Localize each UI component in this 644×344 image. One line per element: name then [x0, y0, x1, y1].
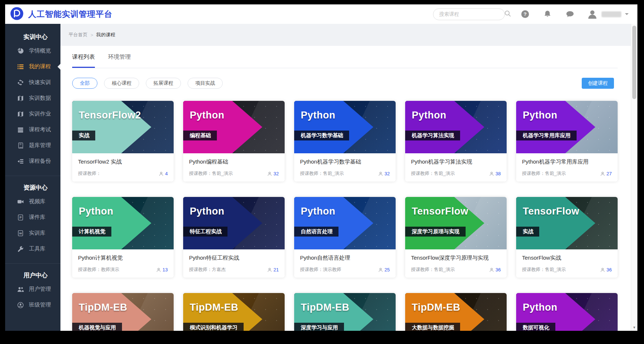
course-card[interactable]: Python机器学习数学基础Python机器学习数学基础授课教师：售前_演示32 [294, 101, 396, 182]
breadcrumb-home[interactable]: 平台首页 [69, 32, 88, 38]
teacher-label: 授课教师： [522, 267, 545, 272]
svg-text:W: W [19, 232, 22, 235]
scroll-down-button[interactable]: ▼ [631, 325, 637, 331]
sidebar-section-title: 用户中心 [5, 269, 60, 281]
course-card[interactable]: TensorFlow深度学习原理与实现TensorFlow深度学习原理与实现授课… [405, 197, 507, 278]
course-cover: Python机器学习常用库应用 [516, 101, 618, 153]
sidebar-item-file-w[interactable]: W实训库 [5, 225, 60, 241]
backup-icon [17, 158, 24, 165]
course-meta: 授课教师：售前_演示38 [411, 171, 501, 177]
person-icon [159, 171, 164, 176]
course-teacher: 授课教师：售前_演示 [300, 171, 344, 177]
file-w-icon: W [17, 230, 24, 237]
course-info: Python计算机视觉授课教师：教师演示13 [72, 249, 174, 273]
student-count: 27 [600, 171, 612, 176]
course-card[interactable]: Python机器学习常用库应用Python机器学习常用库应用授课教师：售前_演示… [516, 101, 618, 182]
filter-pill[interactable]: 拓展课程 [146, 78, 181, 89]
course-teacher: 授课教师：方嘉杰 [189, 267, 226, 273]
wrench-icon [17, 246, 24, 252]
main-content: 平台首页>我的课程 课程列表环境管理 全部核心课程拓展课程项目实战创建课程 Te… [60, 24, 631, 331]
sidebar-item-users[interactable]: 用户管理 [5, 281, 60, 297]
search-icon[interactable] [504, 10, 511, 19]
course-card[interactable]: Python编程基础Python编程基础授课教师：售前_演示32 [183, 101, 285, 182]
sidebar-item-label: 视频库 [29, 198, 45, 205]
course-card[interactable]: Python计算机视觉Python计算机视觉授课教师：教师演示13 [72, 197, 174, 278]
sidebar-item-book[interactable]: 题库管理 [5, 138, 60, 153]
course-card[interactable]: Python特征工程实战Python特征工程实战授课教师：方嘉杰21 [183, 197, 285, 278]
course-info: Python机器学习算法实现授课教师：售前_演示38 [405, 153, 507, 177]
bell-icon[interactable] [543, 10, 552, 18]
course-card[interactable]: TipDM-EB深度学习与应用 [294, 293, 396, 331]
course-card[interactable]: TipDM-EB模式识别和机器学习 [183, 293, 285, 331]
sidebar-item-list-ordered[interactable]: 我的课程 [5, 59, 60, 74]
teacher-name: 售前_演示 [323, 171, 344, 176]
scrollbar-thumb[interactable] [632, 26, 636, 99]
course-title: Python机器学习算法实现 [411, 158, 501, 165]
sidebar-item-video[interactable]: 视频库 [5, 194, 60, 209]
filter-pill[interactable]: 全部 [72, 78, 97, 89]
course-cover: Python数据可视化 [516, 293, 618, 331]
sidebar-item-stack[interactable]: 课程考试 [5, 122, 60, 138]
sidebar-item-map[interactable]: 实训作业 [5, 106, 60, 122]
course-meta: 授课教师：4 [78, 171, 168, 177]
course-cover: Python计算机视觉 [72, 197, 174, 249]
sidebar-item-map[interactable]: 实训数据 [5, 90, 60, 106]
filter-pill[interactable]: 核心课程 [104, 78, 139, 89]
course-cover: Python机器学习算法实现 [405, 101, 507, 153]
sidebar-item-label: 课程备份 [29, 158, 51, 165]
course-cover: TipDM-EB模式识别和机器学习 [183, 293, 285, 331]
course-meta: 授课教师：演示教师25 [300, 267, 390, 273]
course-info: TensorFlow实战授课教师：售前_演示36 [516, 249, 618, 273]
course-cover: TipDM-EB深度学习与应用 [294, 293, 396, 331]
sidebar-item-label: 课件库 [29, 214, 45, 221]
course-card[interactable]: Python数据可视化 [516, 293, 618, 331]
tab-env-manage[interactable]: 环境管理 [108, 53, 131, 68]
teacher-label: 授课教师： [522, 171, 545, 176]
course-card[interactable]: TipDM-EB机器视觉与应用 [72, 293, 174, 331]
app-window: 人工智能实训管理平台 ? [5, 4, 637, 331]
course-meta: 授课教师：售前_演示32 [189, 171, 279, 177]
cover-main-text: TipDM-EB [190, 302, 238, 313]
course-card[interactable]: TipDM-EB大数据与数据挖掘 [405, 293, 507, 331]
course-title: Python编程基础 [189, 158, 279, 165]
search-input[interactable] [439, 11, 504, 17]
sidebar-item-file-p[interactable]: P课件库 [5, 209, 60, 225]
filter-pill[interactable]: 项目实战 [188, 78, 223, 89]
sidebar-item-wrench[interactable]: 工具库 [5, 241, 60, 257]
student-count-value: 36 [607, 267, 612, 272]
course-meta: 授课教师：售前_演示36 [411, 267, 501, 273]
sidebar-section-title: 实训中心 [5, 30, 60, 43]
cover-subtitle-band: 特征工程实战 [183, 227, 227, 237]
teacher-name: 售前_演示 [212, 171, 233, 176]
tab-bar: 课程列表环境管理 [72, 46, 618, 68]
sidebar-item-backup[interactable]: 课程备份 [5, 153, 60, 169]
help-icon[interactable]: ? [521, 10, 529, 18]
course-card[interactable]: TensorFlow实战TensorFlow实战授课教师：售前_演示36 [516, 197, 618, 278]
course-title: Python自然语言处理 [300, 255, 390, 261]
svg-text:P: P [19, 216, 22, 219]
course-card[interactable]: Python机器学习算法实现Python机器学习算法实现授课教师：售前_演示38 [405, 101, 507, 182]
sidebar-item-label: 用户管理 [29, 286, 51, 293]
sidebar-item-user-circle[interactable]: 班级管理 [5, 297, 60, 313]
message-icon[interactable] [566, 10, 574, 19]
course-cover: Python特征工程实战 [183, 197, 285, 249]
cover-main-text: TensorFlow [412, 206, 469, 217]
sidebar-section-title: 资源中心 [5, 181, 60, 194]
video-icon [17, 198, 24, 205]
avatar[interactable] [587, 9, 598, 20]
teacher-label: 授课教师： [78, 267, 101, 272]
course-cover: TipDM-EB大数据与数据挖掘 [405, 293, 507, 331]
cover-main-text: Python [301, 110, 336, 121]
stack-icon [17, 127, 24, 133]
cover-main-text: TensorFlow [523, 206, 580, 217]
chevron-down-icon[interactable] [625, 13, 629, 17]
course-card[interactable]: Python自然语言处理Python自然语言处理授课教师：演示教师25 [294, 197, 396, 278]
course-card[interactable]: TensorFlow2实战TensorFlow2 实战授课教师：4 [72, 101, 174, 182]
create-course-button[interactable]: 创建课程 [582, 78, 614, 89]
tab-course-list[interactable]: 课程列表 [72, 53, 95, 68]
student-count: 32 [267, 171, 279, 176]
course-info: TensorFlow深度学习原理与实现授课教师：售前_演示36 [405, 249, 507, 273]
course-cover: TipDM-EB机器视觉与应用 [72, 293, 174, 331]
sidebar-item-refresh[interactable]: 快速实训 [5, 74, 60, 90]
sidebar-item-pie-chart[interactable]: 学情概览 [5, 43, 60, 59]
